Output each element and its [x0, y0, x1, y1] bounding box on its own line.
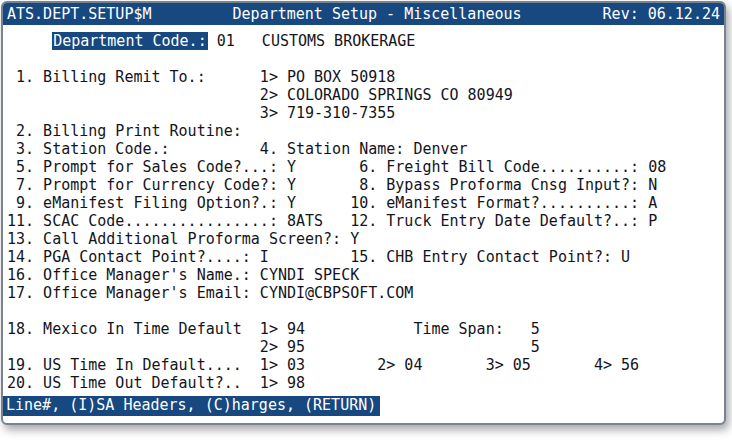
program-id: ATS.DEPT.SETUP$M — [7, 3, 152, 25]
screen-row-additional-proforma: 13. Call Additional Proforma Screen?: Y — [7, 230, 724, 248]
screen-row-scac-truck-entry: 11. SCAC Code................: 8ATS 12. … — [7, 212, 724, 230]
screen-row-billing-remit-2: 2> COLORADO SPRINGS CO 80949 — [7, 86, 724, 104]
screen-row-billing-remit-1: 1. Billing Remit To.: 1> PO BOX 50918 — [7, 68, 724, 86]
revision-label: Rev: 06.12.24 — [603, 3, 720, 25]
command-prompt[interactable]: Line#, (I)SA Headers, (C)harges, (RETURN… — [3, 396, 380, 416]
screen-row-billing-remit-3: 3> 719-310-7355 — [7, 104, 724, 122]
screen-row-blank — [7, 50, 724, 68]
department-code-label: Department Code.: — [52, 32, 208, 50]
screen-row-billing-print-routine: 2. Billing Print Routine: — [7, 122, 724, 140]
terminal-window[interactable]: ATS.DEPT.SETUP$M Department Setup - Misc… — [1, 1, 726, 425]
screen-row-mexico-in-time-2: 2> 95 5 — [7, 338, 724, 356]
screen-row-office-manager-email: 17. Office Manager's Email: CYNDI@CBPSOF… — [7, 284, 724, 302]
title-bar: ATS.DEPT.SETUP$M Department Setup - Misc… — [3, 3, 724, 25]
department-code-value[interactable]: 01 CUSTOMS BROKERAGE — [208, 32, 416, 50]
screen-title: Department Setup - Miscellaneous — [233, 3, 522, 25]
screen-row-sales-code-freight-bill: 5. Prompt for Sales Code?...: Y 6. Freig… — [7, 158, 724, 176]
screen-row-mexico-in-time-1: 18. Mexico In Time Default 1> 94 Time Sp… — [7, 320, 724, 338]
screen-row-office-manager-name: 16. Office Manager's Name.: CYNDI SPECK — [7, 266, 724, 284]
screen-content: Department Code.: 01 CUSTOMS BROKERAGE 1… — [3, 25, 724, 416]
screen-row-emanifest-filing-format: 9. eManifest Filing Option?.: Y 10. eMan… — [7, 194, 724, 212]
screen-row-station-code-name: 3. Station Code.: 4. Station Name: Denve… — [7, 140, 724, 158]
department-code-row: Department Code.: 01 CUSTOMS BROKERAGE — [7, 32, 724, 50]
screen-row-blank-2 — [7, 302, 724, 320]
status-bar: Line#, (I)SA Headers, (C)harges, (RETURN… — [3, 396, 724, 416]
screen-row-us-time-in: 19. US Time In Default.... 1> 03 2> 04 3… — [7, 356, 724, 374]
screen-row-us-time-out: 20. US Time Out Default?.. 1> 98 — [7, 374, 724, 392]
screen-row-pga-chb-contact: 14. PGA Contact Point?....: I 15. CHB En… — [7, 248, 724, 266]
screen-row-currency-code-bypass-proforma: 7. Prompt for Currency Code?: Y 8. Bypas… — [7, 176, 724, 194]
